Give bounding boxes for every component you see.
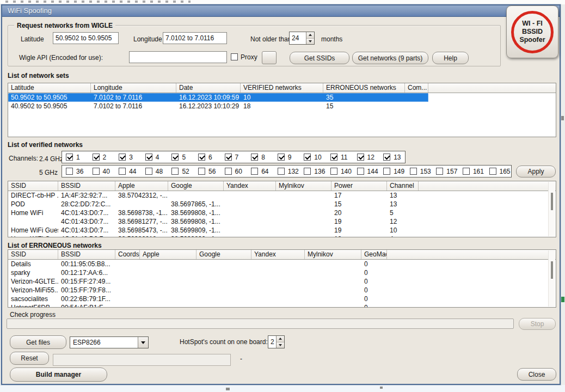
table-row[interactable]: Verizon-MiFi55...00:15:FF:79:F8...0 <box>8 286 387 295</box>
channel-checkbox-60[interactable] <box>225 168 232 175</box>
column-header-latitude[interactable]: Latitude <box>8 83 91 93</box>
longitude-label: Longitude <box>133 35 162 43</box>
column-header-mylnikov[interactable]: Mylnikov <box>305 250 361 259</box>
vertical-scrollbar[interactable] <box>548 182 555 236</box>
spinner-up-button[interactable] <box>277 336 284 342</box>
hotspot-count-spinner[interactable]: 2 <box>268 335 285 348</box>
channel-checkbox-48[interactable] <box>145 168 152 175</box>
table-row[interactable]: Verizon-4GLTE...00:15:FF:27:49...0 <box>8 277 387 286</box>
channel-checkbox-40[interactable] <box>93 168 100 175</box>
column-header-mylnikov[interactable]: Mylnikov <box>276 181 331 191</box>
column-header-power[interactable]: Power <box>331 181 387 191</box>
channel-checkbox-157[interactable] <box>436 168 443 175</box>
stop-button[interactable]: Stop <box>519 318 556 330</box>
table-row[interactable]: 4C:01:43:D0:7...38.56981277, -...38.5699… <box>8 217 419 226</box>
channel-checkbox-6[interactable] <box>198 154 205 161</box>
channel-checkbox-5[interactable] <box>171 154 179 161</box>
hotspot-count-value[interactable]: 2 <box>268 336 276 348</box>
channel-checkbox-52[interactable] <box>171 168 179 175</box>
column-header-google[interactable]: Google <box>196 250 251 259</box>
reset-button[interactable]: Reset <box>10 352 49 365</box>
scrollbar-thumb[interactable] <box>551 261 553 279</box>
channel-checkbox-132[interactable] <box>278 168 285 175</box>
channel-checkbox-8[interactable] <box>251 154 258 161</box>
table-row[interactable]: Home WiFi4C:01:43:D0:7...38.5698738, -1.… <box>8 209 419 217</box>
proxy-checkbox[interactable] <box>231 53 238 60</box>
table-row[interactable]: DIRECT-cb-HP ...1A:4F:32:92:7...38.57042… <box>8 191 419 200</box>
channel-checkbox-1[interactable] <box>66 154 73 161</box>
channel-checkbox-44[interactable] <box>119 168 126 175</box>
column-header-yandex[interactable]: Yandex <box>224 181 276 191</box>
table-row[interactable]: 50.9502 to 50.95057.0102 to 7.011616.12.… <box>8 93 428 102</box>
spinner-up-button[interactable] <box>306 32 314 38</box>
channel-checkbox-12[interactable] <box>357 154 364 161</box>
channel-checkbox-10[interactable] <box>304 154 311 161</box>
channel-checkbox-13[interactable] <box>383 154 390 161</box>
help-button[interactable]: Help <box>432 52 469 64</box>
channel-checkbox-11[interactable] <box>330 154 337 161</box>
channel-checkbox-140[interactable] <box>330 168 337 175</box>
months-spinner-value[interactable]: 24 <box>290 32 306 44</box>
hotspot-spinner-buttons[interactable] <box>276 336 284 348</box>
get-ssids-button[interactable]: Get SSIDs <box>290 52 349 64</box>
get-networks-button[interactable]: Get networks (9 parts) <box>352 52 428 64</box>
spinner-down-button[interactable] <box>277 342 284 348</box>
latitude-input[interactable]: 50.9502 to 50.9505 <box>53 32 119 44</box>
channel-checkbox-64[interactable] <box>251 168 258 175</box>
column-header-geomac[interactable]: GeoMac <box>361 250 387 259</box>
build-manager-button[interactable]: Build manager <box>10 367 107 382</box>
longitude-input[interactable]: 7.0102 to 7.0116 <box>163 32 227 44</box>
table-row[interactable]: Details00:11:95:05:B8...0 <box>8 260 387 268</box>
vertical-scrollbar[interactable] <box>548 250 555 307</box>
channel-cell-60: 60 <box>221 166 248 177</box>
channel-checkbox-4[interactable] <box>145 154 152 161</box>
months-spinner[interactable]: 24 <box>289 32 315 45</box>
board-select[interactable]: ESP8266 <box>70 336 149 348</box>
months-spinner-buttons[interactable] <box>306 32 314 44</box>
channel-checkbox-2[interactable] <box>93 154 100 161</box>
table-cell <box>224 226 276 235</box>
column-header-ssid[interactable]: SSID <box>8 181 58 191</box>
proxy-extra-button[interactable] <box>262 51 277 64</box>
wigle-api-input[interactable] <box>129 51 227 63</box>
column-header-bssid[interactable]: BSSID <box>58 181 115 191</box>
channel-checkbox-7[interactable] <box>225 154 232 161</box>
titlebar[interactable]: WiFi Spoofing <box>1 4 561 17</box>
channel-checkbox-153[interactable] <box>410 168 417 175</box>
close-button[interactable]: Close <box>517 368 556 381</box>
channel-checkbox-3[interactable] <box>119 154 126 161</box>
channel-checkbox-136[interactable] <box>304 168 311 175</box>
scrollbar-thumb[interactable] <box>551 193 553 210</box>
combo-dropdown-button[interactable] <box>138 337 148 348</box>
channel-checkbox-149[interactable] <box>383 168 390 175</box>
table-row[interactable]: Home WiFi Guest4C:01:43:D0:7...38.569866… <box>8 235 419 237</box>
table-row[interactable]: POD28:C2:DD:72:C...38.5697865, -1...1513 <box>8 200 419 209</box>
column-header-com-[interactable]: Com... <box>405 83 428 93</box>
column-header-longitude[interactable]: Longitude <box>91 83 176 93</box>
column-header-erroneous-networks[interactable]: ERRONEOUS networks <box>323 83 405 93</box>
column-header-yandex[interactable]: Yandex <box>251 250 305 259</box>
column-header-apple[interactable]: Apple <box>115 181 168 191</box>
spinner-down-button[interactable] <box>306 38 314 45</box>
apply-button[interactable]: Apply <box>516 166 556 177</box>
column-header-coords[interactable]: Coords <box>115 250 140 259</box>
column-header-ssid[interactable]: SSID <box>8 250 58 259</box>
channel-checkbox-9[interactable] <box>278 154 285 161</box>
table-row[interactable]: sparky00:12:17:AA:6...0 <box>8 268 387 277</box>
column-header-bssid[interactable]: BSSID <box>58 250 115 259</box>
channel-checkbox-144[interactable] <box>357 168 364 175</box>
channel-checkbox-36[interactable] <box>66 168 73 175</box>
column-header-google[interactable]: Google <box>168 181 224 191</box>
table-row[interactable]: HotspotF6DB00:54:AF:B1:F...0 <box>8 303 387 308</box>
channel-checkbox-161[interactable] <box>463 168 470 175</box>
table-row[interactable]: 40.9502 to 50.95057.0102 to 7.011616.12.… <box>8 102 428 111</box>
column-header-date[interactable]: Date <box>176 83 241 93</box>
table-row[interactable]: Home WiFi Guest4C:01:43:D0:7...38.569854… <box>8 226 419 235</box>
channel-checkbox-165[interactable] <box>489 168 496 175</box>
column-header-verified-networks[interactable]: VERIFIED networks <box>241 83 323 93</box>
table-row[interactable]: sacsocialites00:22:6B:79:1F...0 <box>8 295 387 303</box>
column-header-apple[interactable]: Apple <box>140 250 196 259</box>
channel-checkbox-56[interactable] <box>198 168 205 175</box>
column-header-channel[interactable]: Channel <box>387 181 419 191</box>
get-files-button[interactable]: Get files <box>10 335 66 349</box>
